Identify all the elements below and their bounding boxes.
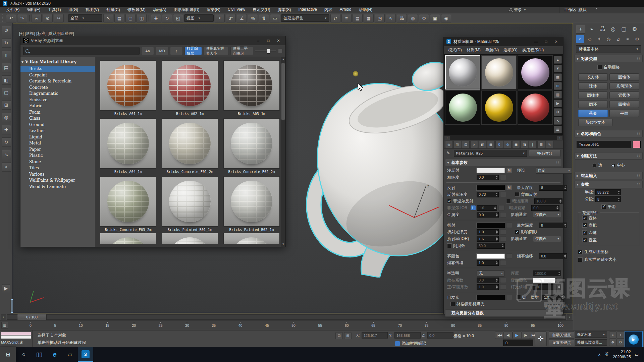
next-frame-button[interactable]: |▶ (521, 331, 530, 339)
object-type-button[interactable]: 长方体 (578, 73, 608, 81)
map-button[interactable]: M (506, 168, 512, 173)
map-button[interactable] (506, 295, 512, 300)
rollout-object-type[interactable]: 对象类型 (575, 55, 643, 62)
subtab-lights[interactable]: ☀ (595, 35, 603, 43)
transform-gizmo[interactable]: z (382, 183, 443, 230)
percent-snap-toggle[interactable]: % (248, 14, 258, 22)
value-spinner[interactable]: 0.0 (477, 175, 499, 180)
menu-item[interactable]: 创建(C) (103, 7, 124, 13)
sort-button[interactable]: ↑ (170, 47, 183, 55)
material-editor-title-bar[interactable]: 3 材质编辑器 - Material #25 — □ ✕ (444, 37, 563, 46)
map-button[interactable] (500, 192, 506, 197)
track-previous-arrow[interactable]: ‹ (1, 314, 6, 320)
named-selection-sets-field[interactable]: 创建选择集▼ (281, 14, 329, 22)
teapot-part-checkbox[interactable]: 壶把 (581, 222, 636, 229)
material-map-navigator-icon[interactable]: ☰ (554, 126, 562, 133)
menu-item[interactable]: 实用程序(U) (520, 47, 546, 53)
object-type-button[interactable]: 管状体 (609, 92, 639, 99)
menu-item[interactable]: 编辑(E) (23, 7, 44, 13)
minimize-button[interactable]: – (254, 38, 263, 44)
pick-from-object-icon[interactable]: ✎ (446, 150, 452, 156)
backlight-icon[interactable]: ☀ (554, 65, 562, 72)
tab-motion[interactable]: ◎ (609, 25, 618, 33)
use-real-world-size-button[interactable]: 使用真实世界大小 (204, 47, 229, 55)
sample-slot[interactable] (518, 55, 553, 89)
snaps-toggle[interactable]: 3° (226, 14, 236, 22)
param-dropdown[interactable]: 自定 (536, 168, 572, 174)
left-tool-grids[interactable]: ⌗ (2, 51, 11, 60)
tree-item[interactable]: WallPaint & Wallpaper (20, 177, 95, 184)
isolate-selection-toggle[interactable]: ⊡ (335, 332, 343, 339)
angle-snap-toggle[interactable]: ∠ (237, 14, 247, 22)
subtab-shapes[interactable]: ◇ (585, 35, 594, 43)
param-dropdown[interactable]: 仅颜色 (533, 236, 561, 242)
auto-key-button[interactable]: 自动关键点 (549, 331, 574, 339)
value-spinner[interactable]: 0.0 (531, 205, 559, 211)
background-icon[interactable]: ▦ (554, 73, 562, 81)
material-thumbnail-partial[interactable] (223, 233, 280, 244)
value-spinner[interactable]: 0.73 (477, 192, 499, 197)
scroll-left-button[interactable]: ‹ (444, 136, 450, 140)
color-swatch[interactable] (477, 185, 505, 190)
menu-item[interactable]: 导航(N) (483, 47, 501, 53)
material-thumbnail[interactable]: Bricks_A02_1m (162, 60, 218, 116)
tree-item[interactable]: Foam (20, 109, 95, 116)
tree-item[interactable]: Metal (20, 140, 95, 146)
tree-root-node[interactable]: V-Ray Material Library (20, 59, 95, 66)
tree-item[interactable]: Concrete (20, 84, 95, 91)
show-end-result-icon[interactable]: ▣ (512, 141, 520, 148)
sample-slot[interactable] (445, 55, 480, 89)
toggle-scene-explorer[interactable]: ▤ (353, 14, 363, 22)
generate-preview-icon[interactable]: ▶ (554, 100, 562, 107)
key-filters-button[interactable]: 关键点过滤器... (575, 339, 607, 346)
value-spinner[interactable]: 1.0 (477, 284, 499, 290)
material-type-button[interactable]: VRayMtl (529, 150, 560, 157)
value-spinner[interactable]: 1.6 (477, 236, 499, 242)
lock-badge[interactable]: L (471, 205, 476, 210)
y-coord-field[interactable]: 163.588 (394, 332, 421, 339)
teapot-part-checkbox[interactable]: 壶盖 (581, 236, 636, 244)
tray-expand-icon[interactable]: ∧ (598, 352, 601, 357)
tree-item[interactable]: Paper (20, 146, 95, 153)
object-type-button[interactable]: 四棱锥 (609, 101, 639, 108)
scene-explorer-toggle[interactable]: ▶ (2, 284, 10, 292)
object-type-button[interactable]: 几何球体 (609, 82, 639, 90)
object-type-button[interactable]: 平面 (609, 110, 639, 117)
file-explorer-icon[interactable]: ▱ (62, 347, 78, 362)
rollout-name-and-color[interactable]: 名称和颜色 (575, 130, 643, 137)
object-name-input[interactable]: Teapot001 (577, 141, 631, 148)
tree-item[interactable]: Diagrammatic (20, 90, 95, 97)
tree-item[interactable]: Wood & Laminate (20, 184, 95, 190)
map-button[interactable] (506, 223, 512, 228)
menu-item[interactable]: 动画(A) (149, 7, 170, 13)
play-button[interactable]: ▶ (513, 331, 521, 339)
menu-item[interactable]: 组(G) (65, 7, 82, 13)
rollout-creation-method[interactable]: 创建方法 (575, 152, 643, 160)
vertical-scrollbar[interactable]: ▲ ▼ (281, 57, 285, 247)
search-input[interactable] (23, 47, 140, 55)
reset-map-icon[interactable]: ✕ (470, 141, 478, 148)
map-button[interactable] (500, 284, 506, 290)
put-to-library-icon[interactable]: ▦ (487, 141, 495, 148)
menu-item[interactable]: 内容 (321, 7, 336, 13)
rollout-keyboard-entry[interactable]: 键盘输入 (575, 172, 643, 179)
tree-item[interactable]: Ceramic & Porcelain (20, 78, 95, 84)
smooth-checkbox[interactable]: 平滑 (573, 203, 644, 210)
value-spinner[interactable]: 1.0 (477, 260, 499, 266)
param-checkbox[interactable]: 菲涅尔反射 (447, 198, 505, 204)
tab-utilities[interactable]: ⚙ (630, 25, 639, 33)
value-spinner[interactable]: 50.0 (477, 243, 505, 249)
autogrid-checkbox[interactable]: 自动栅格 (573, 63, 644, 72)
select-object[interactable]: ↖ (103, 14, 113, 22)
spinner-snap-toggle[interactable]: ⇅ (259, 14, 269, 22)
show-desktop-button[interactable] (642, 347, 644, 362)
material-thumbnail-partial[interactable] (100, 233, 156, 244)
map-button[interactable] (500, 236, 506, 242)
subtab-cameras[interactable]: ◎ (604, 35, 613, 43)
set-key-button[interactable]: 设置关键点 (549, 339, 574, 346)
creation-method-radio[interactable]: 边 (592, 163, 602, 168)
object-type-button[interactable]: 圆锥体 (609, 73, 639, 81)
tree-item[interactable]: Bricks (20, 66, 95, 72)
teapot-object[interactable] (294, 56, 462, 278)
object-type-button[interactable]: 茶壶 (578, 110, 608, 117)
